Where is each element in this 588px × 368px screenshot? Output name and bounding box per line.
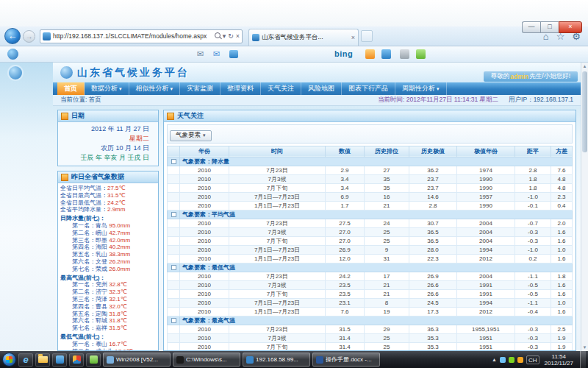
rank-line: 第一名：青岛 95.0mm bbox=[60, 222, 156, 230]
nav-item-2[interactable]: 数据分析▾ bbox=[85, 82, 129, 95]
rank-station: 第一名：青岛 bbox=[72, 222, 109, 229]
cell: 2010 bbox=[180, 227, 229, 236]
taskbar-app3-icon[interactable] bbox=[86, 353, 101, 367]
cell: 2010 bbox=[180, 280, 229, 289]
row-cell-empty bbox=[168, 245, 180, 254]
cell: 27 bbox=[365, 166, 409, 174]
section-checkbox[interactable] bbox=[171, 318, 176, 323]
cell: 7月23日 bbox=[229, 272, 326, 280]
cell: -1.0 bbox=[515, 192, 551, 201]
nav-item-7[interactable]: 风险地图 bbox=[301, 82, 342, 95]
taskbar-app2-icon[interactable] bbox=[69, 353, 84, 367]
nav-item-3[interactable]: 相似性分析▾ bbox=[129, 82, 181, 95]
page-scrollbar[interactable]: ▲ ▼ bbox=[581, 63, 588, 351]
tray-expand-icon[interactable]: ▲ bbox=[492, 357, 497, 362]
floating-logo-icon[interactable] bbox=[7, 65, 24, 81]
show-desktop-button[interactable] bbox=[580, 351, 586, 368]
messenger-icon[interactable] bbox=[229, 50, 238, 58]
mail2-icon[interactable]: ✉ bbox=[213, 49, 220, 59]
cell: 1994 bbox=[457, 245, 515, 254]
cell: 7月1日—7月23日 bbox=[229, 245, 326, 254]
taskbar-app1-icon[interactable] bbox=[52, 353, 67, 367]
nav-item-9[interactable]: 周期性分析▾ bbox=[395, 82, 447, 95]
cell: 26.6 bbox=[409, 280, 457, 289]
taskbar-buttons: Win2008 [V52...C:\Windows\s...192.168.58… bbox=[103, 353, 380, 367]
start-button[interactable] bbox=[2, 353, 16, 367]
table-row: 20101月1日—7月23日1.7212.81990-0.10.4 bbox=[168, 201, 573, 210]
toolbar-app3-icon[interactable] bbox=[400, 49, 409, 59]
cell: 2010 bbox=[180, 174, 229, 183]
taskbar-window-button-3[interactable]: 192.168.58.99... bbox=[243, 353, 310, 367]
cell: 2004 bbox=[457, 219, 515, 227]
main-panel-body: 气象要素 ▾ 年份时间数值历史排位历史极值极值年份距平方差 气象要素：降水量20… bbox=[164, 122, 576, 350]
nav-item-5[interactable]: 整理资料 bbox=[220, 82, 261, 95]
tray-network-icon[interactable] bbox=[500, 357, 506, 363]
cell: 2010 bbox=[180, 183, 229, 192]
search-icon[interactable] bbox=[215, 32, 220, 40]
date-panel-body: 2012 年 11 月 27 日星期二农历 10 月 14 日壬辰 年 辛亥 月… bbox=[58, 122, 158, 166]
toolbar-app4-icon[interactable] bbox=[416, 49, 426, 59]
element-filter-button[interactable]: 气象要素 ▾ bbox=[170, 130, 212, 141]
section-checkbox[interactable] bbox=[171, 159, 176, 164]
section-checkbox[interactable] bbox=[171, 265, 176, 270]
tray-app-icon[interactable] bbox=[509, 357, 514, 363]
rank-value: 32.1℃ bbox=[109, 296, 127, 302]
rank-station: 第三名：即墨 bbox=[72, 237, 109, 244]
browser-tab[interactable]: 山东省气候业务平台... × bbox=[248, 29, 359, 46]
scrollbar-thumb[interactable] bbox=[582, 71, 587, 152]
section-row: 气象要素：平均气温 bbox=[168, 210, 573, 219]
refresh-icon[interactable]: ↻ bbox=[228, 32, 234, 40]
forward-button[interactable]: → bbox=[23, 30, 35, 43]
column-header: 历史极值 bbox=[409, 146, 457, 157]
address-bar[interactable]: http://192.168.137.1/SLCCLIMATE/modules/… bbox=[40, 29, 243, 43]
scroll-down-icon[interactable]: ▼ bbox=[581, 344, 588, 350]
toolbar-app2-icon[interactable] bbox=[381, 49, 391, 59]
cell: 31 bbox=[365, 254, 409, 263]
nav-item-1[interactable]: 首页 bbox=[57, 82, 85, 95]
maximize-button[interactable]: □ bbox=[540, 21, 559, 33]
cell: 1974 bbox=[457, 166, 515, 174]
sidebar: 日期 2012 年 11 月 27 日星期二农历 10 月 14 日壬辰 年 辛… bbox=[57, 110, 159, 351]
rank-value: 38.3mm bbox=[109, 251, 130, 258]
section-row-cell bbox=[168, 210, 180, 219]
nav-item-8[interactable]: 图表下行产品 bbox=[342, 82, 395, 95]
cell: 36.2 bbox=[409, 166, 457, 174]
close-button[interactable]: × bbox=[559, 21, 582, 33]
weather-table: 年份时间数值历史排位历史极值极值年份距平方差 气象要素：降水量20107月23日… bbox=[167, 146, 573, 351]
nav-item-6[interactable]: 天气关注 bbox=[261, 82, 301, 95]
nav-item-4[interactable]: 灾害监测 bbox=[180, 82, 220, 95]
tab-title: 山东省气候业务平台... bbox=[262, 33, 349, 42]
app-icon bbox=[316, 356, 323, 364]
cell: 2010 bbox=[180, 342, 229, 350]
bing-logo[interactable]: bing bbox=[334, 49, 353, 58]
taskbar-explorer-icon[interactable] bbox=[35, 353, 50, 367]
back-button[interactable]: ← bbox=[4, 28, 21, 44]
cell: 31.4 bbox=[326, 333, 365, 342]
taskbar-window-button-2[interactable]: C:\Windows\s... bbox=[173, 353, 240, 367]
cell: 2010 bbox=[180, 236, 229, 245]
taskbar-ie-icon[interactable]: e bbox=[18, 353, 33, 367]
tray-volume-icon[interactable] bbox=[517, 357, 523, 363]
section-label: 气象要素：降水量 bbox=[180, 157, 573, 166]
toolbar-app1-icon[interactable] bbox=[365, 49, 375, 59]
minimize-button[interactable]: — bbox=[522, 21, 540, 33]
scroll-up-icon[interactable]: ▲ bbox=[581, 63, 588, 69]
taskbar-window-button-1[interactable]: Win2008 [V52... bbox=[103, 353, 171, 367]
toolbar-logo-icon[interactable] bbox=[7, 49, 18, 60]
mail-icon[interactable]: ✉ bbox=[197, 49, 204, 59]
ime-indicator[interactable]: CH bbox=[526, 355, 539, 364]
section-label: 气象要素：平均气温 bbox=[180, 210, 573, 219]
new-tab-button[interactable] bbox=[361, 30, 373, 42]
taskbar-window-button-4[interactable]: 操作手册.docx -... bbox=[312, 353, 380, 367]
cell: 2010 bbox=[180, 245, 229, 254]
stop-icon[interactable]: × bbox=[236, 32, 240, 40]
clock[interactable]: 11:54 2012/11/27 bbox=[542, 353, 576, 367]
chevron-down-icon[interactable]: ▾ bbox=[223, 32, 226, 40]
cell: 25 bbox=[365, 236, 409, 245]
cell: -0.7 bbox=[515, 219, 551, 227]
section-checkbox[interactable] bbox=[171, 212, 176, 217]
cell: 2.5 bbox=[551, 325, 573, 333]
tab-close-icon[interactable]: × bbox=[351, 34, 355, 41]
rank-station: 第五名：定陶 bbox=[72, 311, 109, 317]
row-cell-empty bbox=[168, 280, 180, 289]
